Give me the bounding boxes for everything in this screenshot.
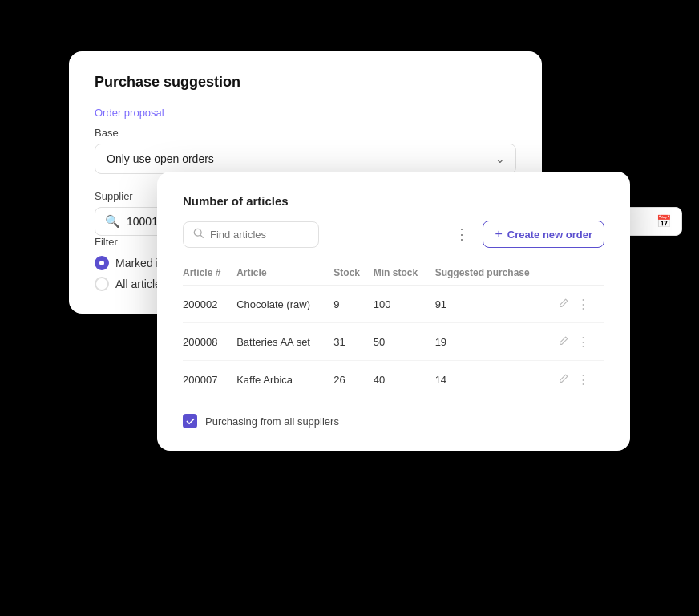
svg-line-1 [200,235,203,237]
row-more-icon[interactable]: ⋮ [577,297,590,311]
radio-circle-all [95,277,109,291]
col-article: Article [236,261,333,286]
cell-article-number: 200002 [183,286,236,323]
table-header-row: Article # Article Stock Min stock Sugges… [183,261,604,286]
edit-icon[interactable] [558,298,569,311]
col-article-number: Article # [183,261,236,286]
cell-article: Kaffe Arbica [236,361,333,399]
cell-row-actions: ⋮ [558,361,604,399]
col-min-stock: Min stock [374,261,435,286]
cell-row-actions: ⋮ [558,323,604,361]
calendar-icon-2[interactable]: 📅 [657,214,672,229]
search-and-actions-row: ⋮ + Create new order [183,221,604,248]
cell-article: Chocolate (raw) [236,286,333,323]
articles-section-title: Number of articles [183,194,289,208]
cell-suggested-purchase: 19 [435,323,558,361]
cell-article-number: 200008 [183,323,236,361]
search-articles-input[interactable] [210,229,309,241]
purchasing-all-suppliers-row: Purchasing from all suppliers [183,411,604,428]
cell-suggested-purchase: 91 [435,286,558,323]
table-row: 200008 Batteries AA set 31 50 19 ⋮ [183,323,604,361]
more-options-button[interactable]: ⋮ [450,222,475,246]
col-stock: Stock [333,261,373,286]
base-select[interactable]: Only use open orders [95,144,516,174]
base-label: Base [95,127,516,139]
create-new-order-button[interactable]: + Create new order [483,221,604,248]
edit-icon[interactable] [558,373,569,387]
cell-stock: 9 [333,286,373,323]
edit-icon[interactable] [558,335,569,349]
back-card-title: Purchase suggestion [95,74,516,91]
search-icon: 🔍 [105,214,120,229]
cell-article: Batteries AA set [236,323,333,361]
articles-header: Number of articles [183,194,604,208]
table-row: 200002 Chocolate (raw) 9 100 91 ⋮ [183,286,604,323]
plus-icon: + [495,227,502,241]
row-more-icon[interactable]: ⋮ [577,372,590,387]
base-select-wrapper: Only use open orders ⌄ [95,144,516,174]
radio-circle-marked [95,256,109,270]
cell-min-stock: 50 [374,323,435,361]
cell-article-number: 200007 [183,361,236,399]
cell-stock: 26 [333,361,373,399]
table-row: 200007 Kaffe Arbica 26 40 14 ⋮ [183,361,604,399]
cell-min-stock: 40 [374,361,435,399]
row-more-icon[interactable]: ⋮ [577,334,590,349]
search-icon-2 [193,228,204,241]
col-suggested-purchase: Suggested purchase [435,261,558,286]
cell-min-stock: 100 [374,286,435,323]
articles-table: Article # Article Stock Min stock Sugges… [183,261,604,398]
checkmark-icon [186,417,195,426]
purchasing-all-label: Purchasing from all suppliers [205,415,339,428]
cell-stock: 31 [333,323,373,361]
articles-card: Number of articles ⋮ + Create new order [157,172,630,451]
find-articles-search [183,221,319,248]
order-proposal-label: Order proposal [95,107,516,119]
create-new-order-label: Create new order [507,229,592,241]
cell-row-actions: ⋮ [558,286,604,323]
col-actions [558,261,604,286]
checkbox-purchasing[interactable] [183,414,197,428]
cell-suggested-purchase: 14 [435,361,558,399]
